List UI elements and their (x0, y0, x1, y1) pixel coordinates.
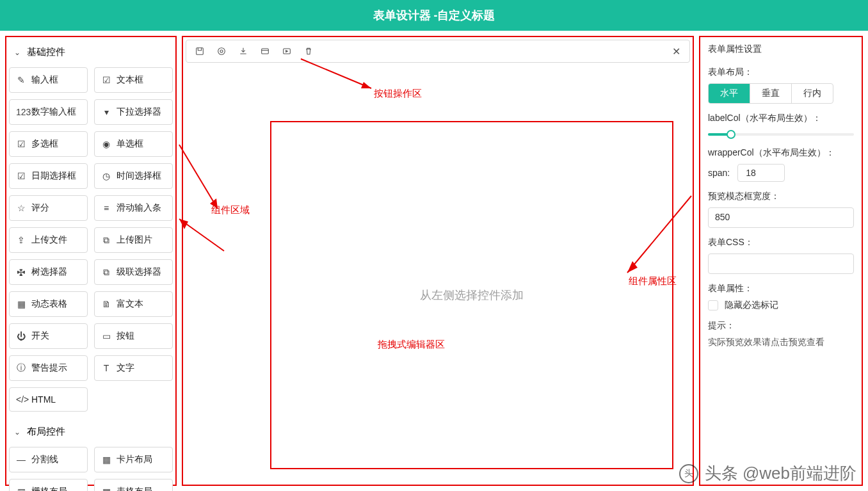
layout-option-vertical[interactable]: 垂直 (750, 84, 792, 103)
control-datepicker[interactable]: ☑日期选择框 (9, 163, 88, 189)
textarea-icon: ☑ (101, 75, 111, 85)
canvas-area: ✕ 按钮操作区 组件区域 拖拽式编辑器区 组件属性区 从左侧选择控件添加 (182, 36, 694, 486)
star-icon: ☆ (16, 203, 26, 213)
control-card[interactable]: ▦卡片布局 (94, 447, 173, 472)
radio-icon: ◉ (101, 139, 111, 149)
control-radio[interactable]: ◉单选框 (94, 131, 173, 157)
control-divider[interactable]: —分割线 (9, 447, 88, 472)
labelcol-slider[interactable] (708, 133, 854, 136)
editor-placeholder: 从左侧选择控件添加 (420, 287, 524, 303)
editor-wrapper: 按钮操作区 组件区域 拖拽式编辑器区 组件属性区 从左侧选择控件添加 (186, 68, 690, 482)
tip-label: 提示： (708, 320, 854, 332)
slider-knob[interactable] (727, 130, 735, 139)
svg-line-5 (301, 59, 371, 88)
control-timepicker[interactable]: ◷时间选择框 (94, 163, 173, 189)
save-button[interactable] (194, 45, 205, 57)
span-label: span: (708, 168, 730, 178)
edit-icon: ✎ (16, 75, 26, 85)
control-alert[interactable]: ⓘ警告提示 (9, 355, 88, 381)
editor-toolbar: ✕ (186, 40, 690, 63)
number-icon: 123 (16, 107, 26, 117)
wrappercol-input[interactable]: 18 (737, 164, 785, 182)
anno-toolbar: 按钮操作区 (374, 88, 422, 100)
control-switch[interactable]: ⏻开关 (9, 323, 88, 349)
component-palette: ⌄ 基础控件 ✎输入框 ☑文本框 123数字输入框 ▾下拉选择器 ☑多选框 ◉单… (5, 36, 177, 486)
hide-required-checkbox[interactable]: 隐藏必选标记 (708, 300, 854, 311)
section-title: 布局控件 (27, 426, 65, 438)
upload-icon: ⇪ (16, 235, 26, 245)
divider-icon: — (16, 455, 26, 465)
delete-button[interactable] (303, 45, 314, 57)
layout-option-horizontal[interactable]: 水平 (709, 84, 750, 103)
section-title: 基础控件 (27, 46, 65, 58)
control-richtext[interactable]: 🗎富文本 (94, 291, 173, 317)
control-textarea[interactable]: ☑文本框 (94, 67, 173, 93)
richtext-icon: 🗎 (101, 299, 111, 309)
control-button[interactable]: ▭按钮 (94, 323, 173, 349)
anno-component-area: 组件区域 (211, 204, 250, 216)
calendar-icon: ☑ (16, 171, 26, 181)
close-button[interactable]: ✕ (670, 45, 682, 57)
wrappercol-label: wrapperCol（水平布局生效）： (708, 147, 854, 159)
code-icon: </> (16, 394, 26, 405)
cascader-icon: ⧉ (101, 267, 111, 278)
control-dyn-table[interactable]: ▦动态表格 (9, 291, 88, 317)
layout-label: 表单布局： (708, 67, 854, 78)
switch-icon: ⏻ (16, 331, 26, 341)
labelcol-label: labelCol（水平布局生效）： (708, 113, 854, 124)
form-css-label: 表单CSS： (708, 237, 854, 248)
property-panel: 表单属性设置 表单布局： 水平 垂直 行内 labelCol（水平布局生效）： … (699, 36, 863, 486)
table-icon: ▦ (16, 299, 26, 309)
control-html[interactable]: </>HTML (9, 387, 88, 412)
drag-drop-editor[interactable]: 从左侧选择控件添加 (270, 121, 673, 469)
clock-icon: ◷ (101, 171, 111, 181)
slider-icon: ≡ (101, 203, 111, 213)
control-tree-select[interactable]: ⧾树选择器 (9, 259, 88, 285)
control-upload-image[interactable]: ⧉上传图片 (94, 227, 173, 253)
table-layout-icon: ▦ (101, 487, 111, 491)
preview-button[interactable] (216, 45, 227, 57)
svg-marker-10 (179, 219, 188, 229)
control-cascader[interactable]: ⧉级联选择器 (94, 259, 173, 285)
control-number[interactable]: 123数字输入框 (9, 99, 88, 125)
grid-icon: ▥ (16, 487, 26, 491)
select-icon: ▾ (101, 107, 111, 117)
image-icon: ⧉ (101, 235, 111, 246)
section-layout-controls[interactable]: ⌄ 布局控件 (9, 419, 173, 444)
svg-line-9 (179, 219, 224, 251)
checkbox-icon: ☑ (16, 139, 26, 149)
control-rate[interactable]: ☆评分 (9, 195, 88, 221)
control-upload-file[interactable]: ⇪上传文件 (9, 227, 88, 253)
panel-title: 表单属性设置 (708, 44, 854, 55)
checkbox-icon (708, 300, 718, 310)
code-button[interactable] (259, 45, 271, 57)
control-grid[interactable]: ▥栅格布局 (9, 479, 88, 491)
card-icon: ▦ (101, 455, 111, 465)
control-slider[interactable]: ≡滑动输入条 (94, 195, 173, 221)
preview-width-input[interactable]: 850 (708, 207, 854, 228)
basic-controls-grid: ✎输入框 ☑文本框 123数字输入框 ▾下拉选择器 ☑多选框 ◉单选框 ☑日期选… (9, 65, 173, 419)
chevron-down-icon: ⌄ (14, 428, 20, 437)
svg-line-7 (179, 145, 218, 209)
arrow-annotation (179, 219, 230, 257)
app-title: 表单设计器 -自定义标题 (373, 8, 495, 23)
svg-point-1 (218, 48, 225, 55)
svg-marker-6 (361, 82, 371, 88)
control-table-layout[interactable]: ▦表格布局 (94, 479, 173, 491)
arrow-annotation (301, 59, 384, 96)
app-header: 表单设计器 -自定义标题 (0, 0, 868, 31)
export-button[interactable] (237, 45, 249, 57)
layout-option-inline[interactable]: 行内 (792, 84, 833, 103)
control-select[interactable]: ▾下拉选择器 (94, 99, 173, 125)
control-checkbox[interactable]: ☑多选框 (9, 131, 88, 157)
chevron-down-icon: ⌄ (14, 48, 20, 57)
tree-icon: ⧾ (16, 267, 26, 277)
section-basic-controls[interactable]: ⌄ 基础控件 (9, 40, 173, 65)
form-css-input[interactable] (708, 254, 854, 274)
control-input[interactable]: ✎输入框 (9, 67, 88, 93)
control-text[interactable]: T文字 (94, 355, 173, 381)
tip-text: 实际预览效果请点击预览查看 (708, 337, 854, 348)
text-icon: T (101, 363, 111, 373)
preview-width-label: 预览模态框宽度： (708, 191, 854, 202)
run-button[interactable] (281, 45, 293, 57)
